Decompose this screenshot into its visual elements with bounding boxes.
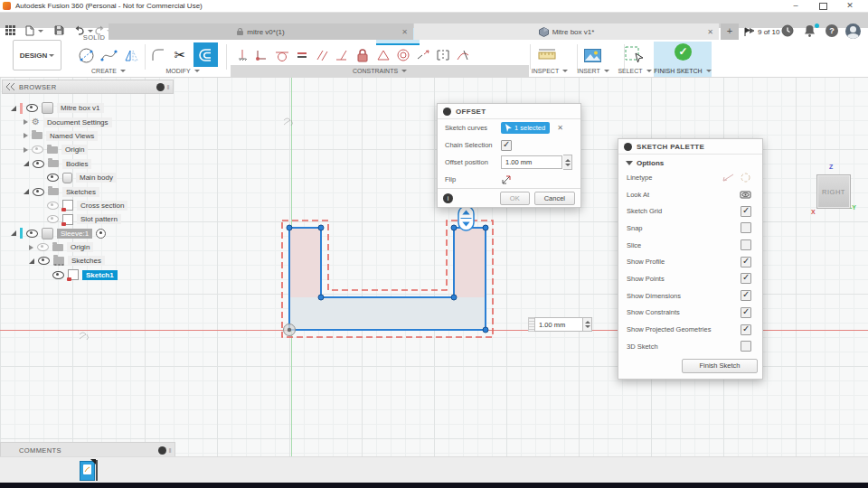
constraint-parallel-icon[interactable] <box>313 45 331 65</box>
job-status[interactable]: 9 of 10 <box>744 23 779 40</box>
collapsed-icon[interactable] <box>24 119 28 125</box>
insert-group-label[interactable]: INSERT <box>570 66 617 76</box>
browser-item-document-settings[interactable]: ⚙ Document Settings <box>2 115 174 128</box>
constraint-concentric-icon[interactable] <box>394 45 412 65</box>
browser-item-cross-section[interactable]: Cross section <box>2 199 174 212</box>
document-tab-inactive[interactable]: mitre v0*(1) ✕ <box>108 23 413 40</box>
create-group-label[interactable]: CREATE <box>76 66 141 76</box>
offset-drag-manipulator[interactable] <box>458 206 474 230</box>
offset-distance-input-group[interactable]: 1.00 mm <box>528 317 592 332</box>
visibility-eye-off-icon[interactable] <box>47 202 59 210</box>
close-tab-icon[interactable]: ✕ <box>401 28 408 36</box>
flip-icon[interactable] <box>501 174 512 185</box>
browser-item-label[interactable]: Slot pattern <box>77 214 121 224</box>
browser-item-label[interactable]: Sketches <box>68 256 105 266</box>
window-restore-button[interactable] <box>816 0 830 12</box>
help-icon[interactable]: ? <box>826 24 838 37</box>
insert-image-icon[interactable] <box>582 45 602 65</box>
document-tab-active[interactable]: Mitre box v1* ✕ <box>414 23 719 40</box>
new-tab-button[interactable]: + <box>721 23 739 40</box>
modify-fillet-tool[interactable] <box>148 45 168 65</box>
section-expanded-icon[interactable] <box>626 161 633 165</box>
inspect-group-label[interactable]: INSPECT <box>524 66 575 76</box>
input-drag-grip[interactable] <box>528 317 534 332</box>
slice-checkbox[interactable] <box>741 239 751 250</box>
constraint-curvature-icon[interactable] <box>454 45 472 65</box>
timeline-playhead[interactable] <box>96 460 98 481</box>
app-grid-menu-icon[interactable] <box>5 25 20 38</box>
visibility-eye-icon[interactable] <box>33 160 44 168</box>
browser-item-sleeve-component[interactable]: Sleeve:1 <box>2 227 174 240</box>
comments-options-icon[interactable] <box>158 446 166 455</box>
show-dimensions-checkbox[interactable] <box>741 290 751 301</box>
undo-icon[interactable] <box>74 25 89 38</box>
window-close-button[interactable]: ✕ <box>843 0 857 12</box>
browser-item-sleeve-origin[interactable]: Origin <box>2 240 174 254</box>
browser-item-label[interactable]: Document Settings <box>43 117 112 127</box>
show-projected-geometries-checkbox[interactable] <box>741 324 751 335</box>
constraint-collinear-icon[interactable] <box>414 45 432 65</box>
finish-sketch-button[interactable]: ✓ FINISH SKETCH <box>654 42 712 77</box>
browser-item-sketch1[interactable]: Sketch1 <box>2 268 174 282</box>
chain-selection-checkbox[interactable] <box>501 140 512 151</box>
visibility-eye-icon[interactable] <box>47 174 59 182</box>
browser-item-label[interactable]: Main body <box>76 173 117 183</box>
sketch-palette-header[interactable]: SKETCH PALETTE <box>618 139 762 155</box>
file-dropdown-caret[interactable] <box>38 30 43 33</box>
visibility-eye-off-icon[interactable] <box>47 215 59 223</box>
construction-linetype-icon[interactable] <box>722 173 734 183</box>
expanded-icon[interactable] <box>24 161 29 166</box>
look-at-icon[interactable] <box>740 190 751 200</box>
undo-dropdown-caret[interactable] <box>88 30 93 33</box>
origin-point[interactable] <box>284 324 296 336</box>
browser-item-label[interactable]: Mitre box v1 <box>57 103 104 113</box>
constraint-tangent-icon[interactable] <box>273 45 291 65</box>
expanded-icon[interactable] <box>11 230 16 236</box>
browser-item-bodies[interactable]: Bodies <box>2 157 174 171</box>
select-tool-icon[interactable] <box>622 45 647 65</box>
browser-item-named-views[interactable]: Named Views <box>2 129 174 143</box>
cancel-button[interactable]: Cancel <box>534 192 575 205</box>
modify-offset-tool-active[interactable] <box>193 42 218 67</box>
modify-trim-tool[interactable]: ✂ <box>170 45 190 65</box>
browser-header[interactable]: BROWSER ‖ <box>2 80 174 94</box>
viewcube[interactable]: RIGHT <box>816 174 851 209</box>
offset-distance-stepper[interactable] <box>583 317 592 332</box>
modify-group-label[interactable]: MODIFY <box>152 66 213 76</box>
stepper-up-icon[interactable] <box>565 159 571 162</box>
visibility-eye-icon[interactable] <box>33 188 44 196</box>
visibility-eye-off-icon[interactable] <box>32 145 43 154</box>
visibility-eye-icon[interactable] <box>26 104 38 112</box>
inspect-measure-icon[interactable] <box>537 45 557 65</box>
timeline-sketch-feature[interactable] <box>80 461 95 481</box>
dialog-handle-icon[interactable] <box>443 108 451 116</box>
expanded-icon[interactable] <box>11 106 16 111</box>
panel-grip-icon[interactable]: ‖ <box>167 83 171 91</box>
collapsed-icon[interactable] <box>29 245 33 250</box>
show-profile-checkbox[interactable] <box>741 257 751 267</box>
browser-item-label[interactable]: Sketch1 <box>82 270 118 280</box>
browser-item-slot-pattern[interactable]: Slot pattern <box>2 212 174 226</box>
show-points-checkbox[interactable] <box>741 273 751 284</box>
clear-selection-icon[interactable]: ✕ <box>557 124 563 132</box>
stepper-down-icon[interactable] <box>585 325 590 328</box>
browser-item-sleeve-sketches[interactable]: Sketches <box>2 254 174 267</box>
constraint-symmetry-icon[interactable] <box>434 45 452 65</box>
offset-dialog-header[interactable]: OFFSET <box>438 104 580 119</box>
visibility-eye-icon[interactable] <box>38 257 50 265</box>
offset-distance-input[interactable]: 1.00 mm <box>534 317 583 332</box>
offset-position-input[interactable]: 1.00 mm <box>501 155 562 169</box>
viewcube-face-label[interactable]: RIGHT <box>822 188 845 196</box>
history-clock-icon[interactable] <box>781 24 796 39</box>
window-minimize-button[interactable]: – <box>788 0 803 12</box>
panel-options-icon[interactable] <box>156 83 165 91</box>
collapsed-icon[interactable] <box>24 147 28 153</box>
constraint-horizontal-vertical-icon[interactable] <box>233 45 251 65</box>
browser-item-label[interactable]: Bodies <box>62 159 91 169</box>
snap-checkbox[interactable] <box>741 222 751 233</box>
ok-button[interactable]: OK <box>500 192 530 205</box>
activate-component-radio[interactable] <box>96 229 106 239</box>
browser-item-label[interactable]: Origin <box>67 242 93 252</box>
constraint-equal-icon[interactable] <box>293 45 311 65</box>
user-avatar[interactable] <box>845 23 861 39</box>
